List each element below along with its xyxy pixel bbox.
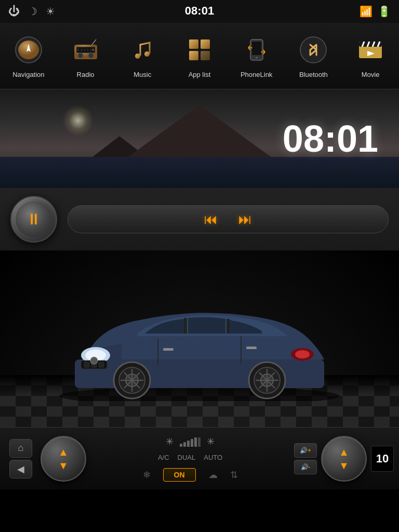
media-controls-bar: ⏸ ⏮ ⏭ (0, 188, 399, 250)
radio-icon (69, 33, 102, 66)
brightness-icon: ☀ (46, 5, 55, 18)
applist-icon (183, 33, 216, 66)
right-dial[interactable]: ▲ ▼ (321, 436, 367, 482)
app-movie[interactable]: Movie (344, 33, 396, 78)
phonelink-icon (240, 33, 273, 66)
right-dial-down-arrow: ▼ (339, 460, 349, 471)
car-display (0, 250, 399, 427)
svg-point-35 (59, 387, 340, 401)
right-dial-up-arrow: ▲ (339, 447, 349, 457)
navigation-label: Navigation (12, 71, 44, 78)
svg-point-47 (295, 350, 310, 358)
music-label: Music (134, 71, 151, 78)
svg-rect-37 (184, 318, 187, 334)
auto-label: AUTO (204, 454, 222, 461)
next-track-button[interactable]: ⏭ (238, 211, 252, 228)
bar-4 (191, 439, 193, 447)
bar-2 (183, 442, 186, 447)
on-button[interactable]: ON (163, 468, 196, 482)
ac-label: A/C (158, 454, 169, 461)
movie-label: Movie (362, 71, 380, 78)
fan-row: ✳ ✳ (90, 436, 290, 447)
left-dial[interactable]: ▲ ▼ (41, 436, 86, 482)
bluetooth-icon (297, 33, 330, 66)
power-icon: ⏻ (8, 5, 20, 18)
volume-display: 10 (371, 446, 394, 472)
right-dial-cluster: 🔊+ 🔊- ▲ ▼ 10 (294, 436, 394, 482)
svg-rect-18 (201, 51, 210, 60)
app-radio[interactable]: Radio (60, 33, 112, 78)
bottom-controls: ⌂ ◀ ▲ ▼ ✳ ✳ A/C DUAL AUTO ❄ ON (0, 427, 399, 489)
bottom-icons-row: ❄ ON ☁ ⇅ (143, 468, 238, 482)
app-navigation[interactable]: Navigation (3, 33, 55, 78)
volume-up-button[interactable]: 🔊+ (294, 443, 317, 458)
svg-rect-17 (189, 51, 198, 60)
left-dial-up-arrow: ▲ (58, 447, 69, 457)
fan-mode-icon: ⇅ (230, 469, 238, 481)
movie-icon (354, 33, 387, 66)
svg-rect-3 (77, 48, 94, 52)
svg-rect-15 (189, 39, 198, 49)
bluetooth-label: Bluetooth (299, 71, 328, 78)
media-clock: 08:01 (283, 117, 378, 160)
bar-5 (194, 437, 197, 447)
app-bluetooth[interactable]: Bluetooth (287, 33, 339, 78)
svg-point-14 (144, 51, 150, 57)
svg-point-22 (300, 37, 326, 63)
svg-point-10 (78, 53, 83, 58)
volume-down-button[interactable]: 🔊- (294, 460, 317, 474)
status-icons-left: ⏻ ☽ ☀ (8, 5, 55, 18)
applist-label: App list (189, 71, 211, 78)
svg-rect-20 (252, 42, 261, 55)
mountain-background: 08:01 (0, 89, 399, 188)
ac-labels: A/C DUAL AUTO (158, 454, 222, 461)
climate-icon: ❄ (143, 469, 151, 481)
home-button[interactable]: ⌂ (9, 439, 32, 458)
radio-label: Radio (77, 71, 95, 78)
prev-track-button[interactable]: ⏮ (204, 211, 218, 228)
status-bar: ⏻ ☽ ☀ 08:01 📶 🔋 (0, 0, 399, 23)
status-icons-right: 📶 🔋 (360, 5, 391, 18)
back-button[interactable]: ◀ (9, 460, 32, 478)
fan-right-icon: ✳ (207, 436, 215, 447)
mode-icon: ☁ (208, 469, 218, 481)
wifi-icon: 📶 (360, 5, 373, 18)
music-icon (126, 33, 159, 66)
fan-left-icon: ✳ (166, 436, 174, 447)
left-dial-down-arrow: ▼ (58, 460, 69, 471)
moon-icon: ☽ (28, 5, 37, 18)
status-time: 08:01 (185, 4, 214, 18)
home-back-cluster: ⌂ ◀ (5, 439, 36, 478)
svg-rect-38 (227, 319, 230, 334)
bar-3 (187, 441, 190, 447)
svg-rect-64 (163, 348, 174, 351)
volume-buttons: 🔊+ 🔊- (294, 443, 317, 474)
transport-controls: ⏮ ⏭ (68, 205, 389, 233)
phonelink-label: PhoneLink (241, 71, 272, 78)
svg-rect-65 (246, 347, 257, 349)
navigation-icon (12, 33, 45, 66)
svg-rect-36 (75, 360, 324, 388)
svg-point-11 (88, 53, 94, 58)
svg-point-13 (135, 54, 140, 59)
app-applist[interactable]: App list (174, 33, 225, 78)
app-grid: Navigation (0, 23, 399, 89)
svg-rect-42 (84, 362, 89, 367)
signal-bars (180, 436, 201, 447)
bar-6 (198, 437, 201, 447)
svg-line-12 (92, 39, 96, 45)
media-player: 08:01 ⏸ ⏮ ⏭ (0, 89, 399, 250)
svg-point-21 (256, 57, 258, 59)
battery-icon: 🔋 (378, 5, 391, 18)
play-pause-inner: ⏸ (16, 201, 52, 237)
bar-1 (180, 444, 182, 447)
dual-label: DUAL (178, 454, 196, 461)
center-controls: ✳ ✳ A/C DUAL AUTO ❄ ON ☁ ⇅ (90, 433, 290, 485)
app-phonelink[interactable]: PhoneLink (231, 33, 283, 78)
play-pause-button[interactable]: ⏸ (10, 196, 57, 243)
car-image (38, 266, 361, 411)
svg-rect-44 (99, 362, 104, 367)
svg-rect-16 (201, 39, 210, 49)
svg-point-45 (90, 357, 98, 364)
app-music[interactable]: Music (116, 33, 168, 78)
